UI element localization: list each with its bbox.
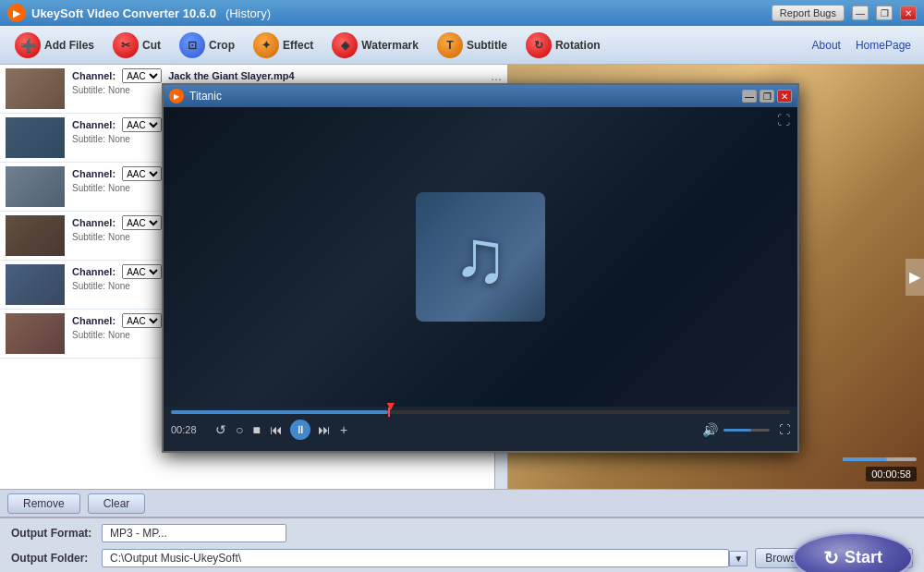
volume-slider[interactable]	[723, 429, 770, 432]
file-thumbnail	[6, 117, 65, 158]
start-label: Start	[845, 548, 882, 567]
watermark-button[interactable]: ◈ Watermark	[324, 29, 426, 62]
output-folder-label: Output Folder:	[11, 552, 94, 565]
output-format-label: Output Format:	[11, 527, 94, 540]
music-note-icon: ♫	[453, 214, 508, 299]
file-thumbnail	[6, 215, 65, 256]
watermark-label: Watermark	[361, 39, 419, 52]
start-icon: ↻	[823, 547, 839, 569]
volume-control: 🔊	[700, 422, 770, 437]
crop-label: Crop	[209, 39, 235, 52]
title-bar-left: ▶ UkeySoft Video Converter 10.6.0 (Histo…	[7, 4, 271, 22]
subtitle-button[interactable]: T Subtitle	[430, 29, 515, 62]
add-files-label: Add Files	[44, 39, 94, 52]
about-link[interactable]: About	[807, 39, 846, 52]
play-pause-button[interactable]: ⏸	[290, 420, 310, 440]
controls-row: 00:28 ↺ ○ ■ ⏮ ⏸ ⏭ + 🔊 ⛶	[171, 420, 790, 440]
output-folder-value[interactable]: C:\Output Music-UkeySoft\	[102, 549, 729, 567]
title-bar: ▶ UkeySoft Video Converter 10.6.0 (Histo…	[0, 0, 924, 26]
report-bugs-button[interactable]: Report Bugs	[772, 5, 845, 21]
stop-button[interactable]: ■	[250, 422, 261, 437]
subtitle-icon: T	[437, 32, 463, 58]
channel-select[interactable]: AAC	[122, 117, 162, 132]
current-time: 00:28	[171, 424, 208, 435]
volume-icon[interactable]: 🔊	[700, 422, 720, 437]
file-more-button[interactable]: ...	[491, 68, 502, 83]
prev-button[interactable]: ⏮	[268, 422, 285, 437]
minimize-button[interactable]: —	[852, 6, 869, 20]
loop-button[interactable]: ↺	[213, 422, 228, 437]
preview-time: 00:00:58	[866, 467, 917, 481]
player-restore-button[interactable]: ❐	[760, 90, 774, 103]
volume-fill	[723, 429, 751, 432]
file-thumbnail	[6, 264, 65, 305]
music-note-container: ♫	[416, 192, 545, 322]
app-icon: ▶	[7, 4, 26, 22]
file-name: Channel: AAC Jack the Giant Slayer.mp4	[72, 68, 395, 83]
player-title: Titanic	[189, 90, 742, 103]
crop-icon: ⊡	[179, 32, 205, 58]
channel-select[interactable]: AAC	[122, 166, 162, 181]
preview-next-arrow[interactable]: ▶	[906, 259, 924, 296]
rotation-label: Rotation	[555, 39, 601, 52]
channel-select[interactable]: AAC	[122, 264, 162, 279]
output-area: Output Format: MP3 - MP... Output Folder…	[0, 517, 924, 572]
channel-select[interactable]: AAC	[122, 313, 162, 328]
watermark-icon: ◈	[332, 32, 358, 58]
clear-button[interactable]: Clear	[88, 493, 146, 514]
player-minimize-button[interactable]: —	[742, 90, 757, 103]
remove-button[interactable]: Remove	[7, 493, 80, 514]
output-format-value[interactable]: MP3 - MP...	[102, 524, 286, 542]
folder-dropdown-button[interactable]: ▼	[729, 551, 748, 566]
rotation-icon: ↻	[526, 32, 552, 58]
output-folder-row: Output Folder: C:\Output Music-UkeySoft\…	[11, 548, 913, 568]
rotation-button[interactable]: ↻ Rotation	[518, 29, 608, 62]
player-app-icon: ▶	[169, 89, 184, 103]
add-button[interactable]: +	[338, 422, 349, 437]
cut-icon: ✂	[113, 32, 139, 58]
fullscreen-button[interactable]: ⛶	[779, 423, 790, 436]
main-area: Channel: AAC Jack the Giant Slayer.mp4 S…	[0, 65, 924, 489]
next-button[interactable]: ⏭	[316, 422, 333, 437]
player-titlebar: ▶ Titanic — ❐ ✕	[164, 85, 797, 107]
cut-label: Cut	[142, 39, 161, 52]
channel-select[interactable]: AAC	[122, 215, 162, 230]
repeat-button[interactable]: ○	[234, 422, 245, 437]
title-bar-controls: Report Bugs — ❐ ✕	[772, 5, 917, 21]
restore-button[interactable]: ❐	[876, 6, 893, 20]
close-button[interactable]: ✕	[900, 6, 917, 20]
video-player-popup: ▶ Titanic — ❐ ✕ ⛶ ♫ ▲	[162, 83, 799, 453]
preview-volume-slider[interactable]	[843, 457, 917, 461]
effect-label: Effect	[283, 39, 313, 52]
channel-select[interactable]: AAC	[122, 68, 162, 83]
player-controls: ▲ 00:28 ↺ ○ ■ ⏮ ⏸ ⏭ + 🔊 ⛶	[164, 407, 797, 451]
file-thumbnail	[6, 313, 65, 354]
output-format-row: Output Format: MP3 - MP...	[11, 524, 913, 542]
progress-cursor: ▲	[388, 408, 390, 417]
preview-slider-fill	[843, 457, 887, 461]
effect-button[interactable]: ✦ Effect	[246, 29, 321, 62]
progress-fill	[171, 410, 388, 414]
effect-icon: ✦	[253, 32, 279, 58]
bottom-button-row: Remove Clear	[0, 489, 924, 517]
player-body: ⛶ ♫	[164, 107, 797, 407]
add-files-icon: ➕	[15, 32, 41, 58]
player-close-button[interactable]: ✕	[777, 90, 792, 103]
player-win-buttons: — ❐ ✕	[742, 90, 792, 103]
homepage-link[interactable]: HomePage	[850, 39, 917, 52]
app-title: UkeySoft Video Converter 10.6.0	[31, 6, 216, 20]
history-label: (History)	[225, 6, 271, 20]
file-thumbnail	[6, 166, 65, 207]
file-thumbnail	[6, 68, 65, 109]
cut-button[interactable]: ✂ Cut	[105, 29, 168, 62]
player-expand-icon[interactable]: ⛶	[777, 113, 790, 128]
playback-progress-bar[interactable]: ▲	[171, 410, 790, 414]
add-files-button[interactable]: ➕ Add Files	[7, 29, 102, 62]
subtitle-label: Subtitle	[467, 39, 507, 52]
toolbar: ➕ Add Files ✂ Cut ⊡ Crop ✦ Effect ◈ Wate…	[0, 26, 924, 65]
crop-button[interactable]: ⊡ Crop	[172, 29, 242, 62]
